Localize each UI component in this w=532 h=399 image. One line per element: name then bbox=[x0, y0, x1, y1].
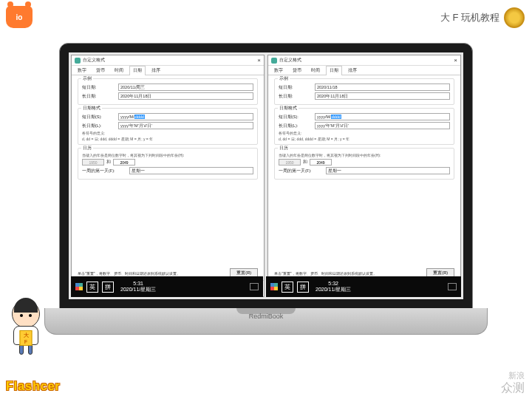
short-date-label: 短日期: bbox=[279, 85, 312, 90]
tab-currency[interactable]: 货币 bbox=[289, 66, 305, 75]
watermark-flashcer: Flashcer bbox=[6, 380, 61, 393]
dialog-title-text: 自定义格式 bbox=[83, 57, 105, 64]
taskbar-clock[interactable]: 5:322020/11/星期三 bbox=[316, 281, 351, 293]
short-format-input[interactable]: yyyy/M/dddd bbox=[118, 113, 253, 120]
laptop-mockup: 自定义格式 × 数字 货币 时间 日期 排序 示例 短日期:2020/11/周三… bbox=[44, 43, 488, 343]
taskbar-clock[interactable]: 5:312020/11/星期三 bbox=[120, 281, 156, 293]
close-icon[interactable]: × bbox=[257, 57, 261, 64]
first-day-label: 一周的第一天(F): bbox=[279, 168, 323, 174]
format-hint-title: 各符号的意义: bbox=[279, 131, 450, 135]
reset-text: 单击"重置"，将数字、货币、时间和日期还原到系统默认设置。 bbox=[274, 271, 423, 276]
dialog-tabs: 数字 货币 时间 日期 排序 bbox=[72, 66, 264, 75]
tab-date[interactable]: 日期 bbox=[326, 66, 342, 75]
site-logo: io bbox=[6, 6, 33, 28]
laptop-brand: RedmiBook bbox=[249, 313, 284, 320]
calendar-title: 日历 bbox=[81, 146, 93, 151]
calendar-title: 日历 bbox=[278, 146, 290, 151]
tab-currency[interactable]: 货币 bbox=[92, 66, 109, 75]
long-date-value: 2020年11月18日 bbox=[315, 92, 450, 100]
dialog-titlebar: 自定义格式 × bbox=[268, 55, 460, 66]
short-date-value: 2020/11/周三 bbox=[118, 83, 253, 91]
tab-date[interactable]: 日期 bbox=[129, 66, 146, 75]
watermark-sina: 新浪 众测 bbox=[501, 371, 525, 395]
format-title: 日期格式 bbox=[278, 106, 299, 111]
year-to-input[interactable] bbox=[113, 159, 135, 166]
screen-content: 自定义格式 × 数字 货币 时间 日期 排序 示例 短日期:2020/11/周三… bbox=[69, 52, 463, 299]
ime-lang[interactable]: 英 bbox=[282, 282, 293, 293]
year-to-input[interactable] bbox=[310, 159, 332, 166]
format-group: 日期格式 短日期(S):yyyy/M/dddd 长日期(L):yyyy'年'M'… bbox=[78, 108, 258, 145]
mascot-body: 大 F bbox=[13, 326, 38, 345]
first-day-label: 一周的第一天(F): bbox=[82, 168, 126, 174]
tab-time[interactable]: 时间 bbox=[307, 66, 324, 75]
ime-mode[interactable]: 拼 bbox=[102, 282, 114, 293]
page-header-right: 大 F 玩机教程 bbox=[440, 7, 525, 28]
dialog-titlebar: 自定义格式 × bbox=[72, 55, 264, 66]
close-icon[interactable]: × bbox=[454, 57, 457, 64]
dialog-body: 示例 短日期:2020/11/18 长日期:2020年11月18日 日期格式 短… bbox=[268, 75, 460, 266]
mascot-badge: 大 F bbox=[20, 330, 33, 346]
laptop-base: RedmiBook bbox=[44, 308, 488, 335]
dialog-icon bbox=[271, 58, 277, 64]
example-title: 示例 bbox=[81, 76, 93, 81]
long-fmt-label: 长日期(L): bbox=[279, 123, 312, 129]
example-group: 示例 短日期:2020/11/周三 长日期:2020年11月18日 bbox=[78, 78, 258, 105]
long-date-label: 长日期: bbox=[279, 94, 312, 99]
defender-icon[interactable] bbox=[75, 283, 83, 290]
taskbar-left: 英 拼 5:312020/11/星期三 bbox=[71, 276, 263, 297]
gold-badge-icon bbox=[504, 7, 525, 28]
example-group: 示例 短日期:2020/11/18 长日期:2020年11月18日 bbox=[274, 78, 454, 105]
first-day-select[interactable]: 星期一 bbox=[326, 167, 450, 174]
format-hint-title: 各符号的意义: bbox=[82, 131, 253, 135]
dialog-body: 示例 短日期:2020/11/周三 长日期:2020年11月18日 日期格式 短… bbox=[72, 75, 264, 266]
calendar-hint: 当键入的年份是两位数字时，将其视为下列时间段中的年份(H): bbox=[82, 153, 253, 157]
tab-number[interactable]: 数字 bbox=[270, 66, 287, 75]
mascot-head bbox=[12, 300, 40, 328]
defender-icon[interactable] bbox=[270, 283, 278, 290]
short-format-input[interactable]: yyyy/M/dddd bbox=[315, 113, 450, 120]
dialog-tabs: 数字 货币 时间 日期 排序 bbox=[268, 66, 460, 75]
dialog-title-text: 自定义格式 bbox=[279, 57, 301, 64]
dialog-right: 自定义格式 × 数字 货币 时间 日期 排序 示例 短日期:2020/11/18… bbox=[267, 55, 461, 297]
year-between: 和 bbox=[106, 159, 111, 166]
ime-mode[interactable]: 拼 bbox=[297, 282, 309, 293]
short-fmt-label: 短日期(S): bbox=[279, 115, 312, 120]
calendar-hint: 当键入的年份是两位数字时，将其视为下列时间段中的年份(H): bbox=[279, 153, 450, 157]
screen-bezel: 自定义格式 × 数字 货币 时间 日期 排序 示例 短日期:2020/11/周三… bbox=[59, 43, 473, 309]
example-title: 示例 bbox=[278, 76, 290, 81]
dialog-left: 自定义格式 × 数字 货币 时间 日期 排序 示例 短日期:2020/11/周三… bbox=[71, 55, 265, 297]
year-from-input bbox=[279, 159, 301, 166]
long-format-input[interactable]: yyyy'年'M'月'd'日' bbox=[118, 122, 253, 129]
year-between: 和 bbox=[303, 159, 307, 166]
first-day-select[interactable]: 星期一 bbox=[129, 167, 253, 174]
tab-sort[interactable]: 排序 bbox=[344, 66, 361, 75]
reset-text: 单击"重置"，将数字、货币、时间和日期还原到系统默认设置。 bbox=[78, 271, 227, 276]
calendar-group: 日历 当键入的年份是两位数字时，将其视为下列时间段中的年份(H): 和 一周的第… bbox=[274, 148, 454, 180]
year-from-input bbox=[82, 159, 104, 166]
long-date-label: 长日期: bbox=[82, 94, 115, 99]
ime-lang[interactable]: 英 bbox=[86, 282, 98, 293]
format-hint-body: d, dd = 日; ddd, dddd = 星期; M = 月; y = 年 bbox=[279, 137, 450, 141]
short-date-value: 2020/11/18 bbox=[315, 83, 450, 91]
format-hint-body: d, dd = 日; ddd, dddd = 星期; M = 月; y = 年 bbox=[82, 137, 253, 141]
tab-number[interactable]: 数字 bbox=[74, 66, 90, 75]
format-group: 日期格式 短日期(S):yyyy/M/dddd 长日期(L):yyyy'年'M'… bbox=[274, 108, 454, 145]
long-format-input[interactable]: yyyy'年'M'月'd'日' bbox=[315, 122, 450, 129]
calendar-group: 日历 当键入的年份是两位数字时，将其视为下列时间段中的年份(H): 和 一周的第… bbox=[78, 148, 258, 180]
long-date-value: 2020年11月18日 bbox=[118, 92, 253, 100]
short-date-label: 短日期: bbox=[82, 85, 115, 90]
tab-sort[interactable]: 排序 bbox=[148, 66, 164, 75]
dialog-icon bbox=[75, 58, 81, 64]
notification-icon[interactable] bbox=[448, 283, 457, 290]
short-fmt-label: 短日期(S): bbox=[82, 115, 115, 120]
long-fmt-label: 长日期(L): bbox=[82, 123, 115, 129]
notification-icon[interactable] bbox=[250, 283, 259, 290]
tab-time[interactable]: 时间 bbox=[111, 66, 127, 75]
taskbar-right: 英 拼 5:322020/11/星期三 bbox=[266, 276, 461, 297]
mascot-character: 大 F bbox=[0, 300, 52, 355]
format-title: 日期格式 bbox=[81, 106, 102, 111]
page-title: 大 F 玩机教程 bbox=[440, 11, 499, 24]
